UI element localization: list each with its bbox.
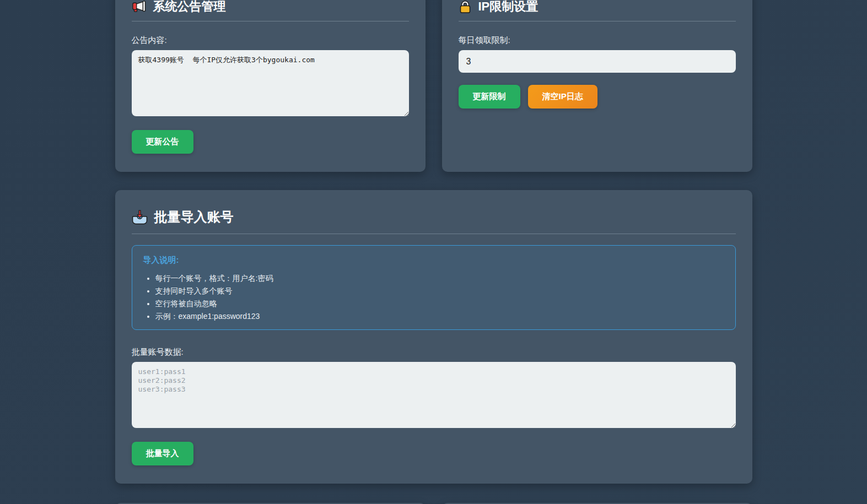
inbox-tray-icon [132, 210, 148, 225]
ip-limit-buttons: 更新限制 清空IP日志 [459, 85, 736, 109]
lock-icon [459, 0, 472, 14]
batch-data-label: 批量账号数据: [132, 346, 736, 357]
import-instructions-list: 每行一个账号，格式：用户名:密码 支持同时导入多个账号 空行将被自动忽略 示例：… [143, 272, 724, 323]
instruction-item: 每行一个账号，格式：用户名:密码 [155, 272, 724, 285]
batch-import-button[interactable]: 批量导入 [132, 442, 193, 465]
instruction-item: 空行将被自动忽略 [155, 297, 724, 310]
announcement-card: 系统公告管理 公告内容: 获取4399账号 每个IP仅允许获取3个bygouka… [115, 0, 426, 172]
import-instructions-title: 导入说明: [143, 254, 724, 265]
top-row: 系统公告管理 公告内容: 获取4399账号 每个IP仅允许获取3个bygouka… [115, 0, 752, 172]
batch-import-title-text: 批量导入账号 [154, 208, 234, 226]
announcement-content-textarea[interactable]: 获取4399账号 每个IP仅允许获取3个bygoukai.com [132, 50, 409, 116]
admin-panel: 系统公告管理 公告内容: 获取4399账号 每个IP仅允许获取3个bygouka… [115, 0, 752, 504]
instruction-item: 示例：example1:password123 [155, 310, 724, 323]
clear-ip-log-button[interactable]: 清空IP日志 [528, 85, 597, 109]
announcement-content-label: 公告内容: [132, 35, 409, 46]
batch-import-row: 批量导入账号 导入说明: 每行一个账号，格式：用户名:密码 支持同时导入多个账号… [115, 190, 752, 484]
import-instructions-box: 导入说明: 每行一个账号，格式：用户名:密码 支持同时导入多个账号 空行将被自动… [132, 245, 736, 330]
batch-import-card: 批量导入账号 导入说明: 每行一个账号，格式：用户名:密码 支持同时导入多个账号… [115, 190, 752, 484]
update-announcement-button[interactable]: 更新公告 [132, 130, 193, 154]
instruction-item: 支持同时导入多个账号 [155, 285, 724, 297]
megaphone-icon [132, 0, 147, 14]
ip-limit-card-title: IP限制设置 [459, 0, 736, 21]
batch-data-textarea[interactable] [132, 362, 736, 428]
daily-limit-input[interactable] [459, 50, 736, 73]
ip-limit-card: IP限制设置 每日领取限制: 更新限制 清空IP日志 [442, 0, 752, 172]
announcement-title-text: 系统公告管理 [153, 0, 226, 14]
ip-limit-title-text: IP限制设置 [478, 0, 538, 14]
daily-limit-label: 每日领取限制: [459, 35, 736, 46]
announcement-card-title: 系统公告管理 [132, 0, 409, 21]
batch-import-card-title: 批量导入账号 [132, 208, 736, 234]
update-limit-button[interactable]: 更新限制 [459, 85, 520, 109]
